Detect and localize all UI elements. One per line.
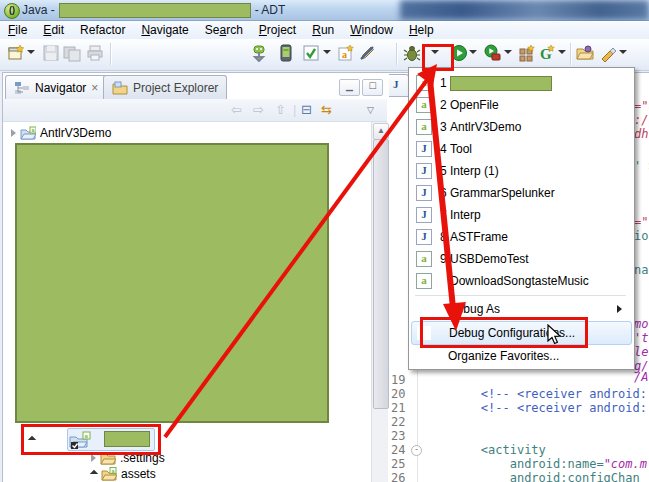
debug-button[interactable] <box>403 44 421 62</box>
toolbar-separator <box>570 43 571 65</box>
java-file-icon: J <box>393 78 399 90</box>
folder-android-icon: a <box>101 467 117 481</box>
tab-project-explorer[interactable]: Project Explorer <box>103 75 227 99</box>
code-fragment: /A <box>634 370 648 384</box>
avd-manager-button[interactable] <box>277 44 295 62</box>
java-editor-brush-button[interactable] <box>599 44 617 62</box>
title-prefix: Java - <box>22 3 55 17</box>
tree-item-antlrv3demo[interactable]: a AntlrV3Demo <box>11 126 111 140</box>
up-icon[interactable]: ⇧ <box>275 102 286 117</box>
new-java-project-button[interactable] <box>518 44 536 62</box>
collapse-all-icon[interactable]: ⊟ <box>301 102 312 117</box>
menu-item-history-10[interactable]: a DownloadSongtasteMusic <box>411 270 630 292</box>
run-android-lint-button[interactable] <box>358 44 376 62</box>
mouse-cursor <box>546 324 562 346</box>
new-wizard-button[interactable] <box>7 44 25 62</box>
back-arrow-icon[interactable]: ⇦ <box>231 102 242 117</box>
line-number: 20 <box>391 387 413 401</box>
lint-dropdown-arrow[interactable] <box>323 50 331 54</box>
menu-edit[interactable]: Edit <box>35 22 72 38</box>
code-line: android:configChan <box>423 471 640 482</box>
expand-arrow-icon[interactable] <box>11 129 16 137</box>
navigator-scrollbar[interactable]: ▲ <box>371 122 388 482</box>
tab-navigator[interactable]: Navigator × <box>5 75 107 99</box>
run-external-tools-button[interactable] <box>483 44 501 62</box>
menu-window[interactable]: Window <box>342 22 401 38</box>
minimize-view-button[interactable]: ▁ <box>339 79 360 96</box>
menu-run[interactable]: Run <box>304 22 342 38</box>
menu-item-history-4[interactable]: J 4 Tool <box>411 138 630 160</box>
android-app-icon: a <box>416 97 432 113</box>
code-line: <activity <box>423 443 546 457</box>
code-line: android:name="com.m <box>423 457 647 471</box>
menu-item-history-1[interactable]: a 1 <box>411 72 630 94</box>
android-sdk-manager-button[interactable] <box>250 44 268 62</box>
code-fragment: dh <box>634 127 648 141</box>
menu-item-history-6[interactable]: J 6 GrammarSpelunker <box>411 182 630 204</box>
java-app-icon: J <box>416 229 432 245</box>
android-project-icon: a <box>20 126 36 140</box>
scroll-up-icon[interactable]: ▲ <box>373 123 389 140</box>
save-all-button[interactable] <box>63 44 81 62</box>
menu-item-organize-favorites[interactable]: Organize Favorites... <box>411 345 630 367</box>
code-fragment: :/ <box>634 113 648 127</box>
code-line: <!-- <receiver android: <box>423 401 647 415</box>
maximize-view-button[interactable]: ☐ <box>362 79 383 96</box>
title-bar: () Java -- ADT <box>0 0 649 21</box>
project-explorer-icon <box>112 81 128 95</box>
android-app-icon: a <box>416 119 432 135</box>
menu-search[interactable]: Search <box>197 22 251 38</box>
android-lint-check-button[interactable] <box>302 44 320 62</box>
menu-item-history-7[interactable]: J 7 Interp <box>411 204 630 226</box>
save-button[interactable] <box>42 44 60 62</box>
tab-navigator-label: Navigator <box>35 81 86 95</box>
java-app-icon: J <box>416 141 432 157</box>
toolbar-divider: | <box>293 102 296 117</box>
external-tools-dropdown-arrow[interactable] <box>504 50 512 54</box>
open-type-button[interactable]: G <box>538 44 556 62</box>
line-number: 25 <box>391 457 413 471</box>
menu-navigate[interactable]: Navigate <box>133 22 196 38</box>
collapse-arrow-icon[interactable] <box>90 470 98 478</box>
code-line: <!-- <receiver android: <box>423 387 647 401</box>
title-suffix: - ADT <box>255 3 286 17</box>
tab-close-icon[interactable]: × <box>91 81 98 95</box>
tree-item-assets[interactable]: a assets <box>91 467 156 481</box>
code-fragment: =" <box>634 215 648 229</box>
annotation-box-debug-dropdown <box>422 44 454 71</box>
editor-tab-fragment[interactable]: J <box>389 74 409 97</box>
java-app-icon: J <box>416 163 432 179</box>
annotation-box-debug-configurations <box>420 317 588 348</box>
new-android-xml-button[interactable]: a <box>337 44 355 62</box>
new-wizard-dropdown-arrow[interactable] <box>27 50 35 54</box>
menu-item-history-9[interactable]: a 9 USBDemoTest <box>411 248 630 270</box>
android-app-icon: a <box>416 273 432 289</box>
line-number: 21 <box>391 401 413 415</box>
menu-item-history-2[interactable]: a 2 OpenFile <box>411 94 630 116</box>
run-dropdown-arrow[interactable] <box>469 50 477 54</box>
fold-marker-icon[interactable]: - <box>411 445 422 456</box>
menu-help[interactable]: Help <box>401 22 442 38</box>
menu-item-history-3[interactable]: a 3 AntlrV3Demo <box>411 116 630 138</box>
expand-arrow-icon[interactable] <box>91 454 96 462</box>
android-app-icon: a <box>416 75 432 91</box>
view-menu-icon[interactable]: ▽ <box>367 105 374 115</box>
menu-refactor[interactable]: Refactor <box>72 22 133 38</box>
menu-item-history-8[interactable]: J 8 ASTFrame <box>411 226 630 248</box>
brush-dropdown-arrow[interactable] <box>619 50 627 54</box>
scrollbar-thumb[interactable] <box>373 139 389 409</box>
eclipse-adt-window: () Java -- ADT File Edit Refactor Naviga… <box>0 0 649 482</box>
svg-text:a: a <box>342 49 347 60</box>
window-title: Java -- ADT <box>22 3 285 18</box>
line-number: 22 <box>391 415 413 429</box>
menu-file[interactable]: File <box>0 22 35 38</box>
menu-project[interactable]: Project <box>251 22 304 38</box>
print-button[interactable] <box>86 44 104 62</box>
forward-arrow-icon[interactable]: ⇨ <box>253 102 264 117</box>
menu-item-history-5[interactable]: J 5 Interp (1) <box>411 160 630 182</box>
code-fragment: ' > <box>634 159 649 173</box>
submenu-arrow-icon <box>617 305 622 313</box>
link-with-editor-icon[interactable]: ⇆ <box>321 102 332 117</box>
open-type-dropdown-arrow[interactable] <box>558 50 566 54</box>
import-folder-button[interactable] <box>576 44 594 62</box>
